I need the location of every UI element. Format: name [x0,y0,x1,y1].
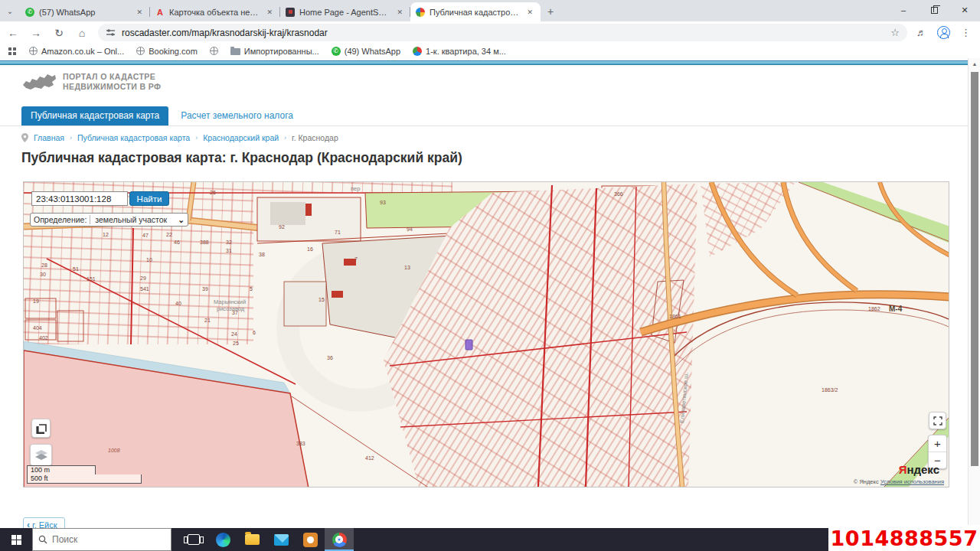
zoom-in-button[interactable]: + [929,435,946,452]
bookmark-item[interactable]: Booking.com [136,47,198,56]
map-label: 388 [200,240,209,245]
layers-button[interactable] [30,444,52,466]
windows-logo-icon [11,535,21,545]
map-label: 1861 [669,314,681,319]
search-icon [38,535,47,544]
apps-grid-icon[interactable] [8,47,17,56]
find-button[interactable]: Найти [129,191,169,206]
filter-label: Определение: [34,215,87,224]
map-label: 40 [175,301,181,306]
bookmark-item[interactable]: Импортированны... [230,47,319,56]
copyright-text: © Яндекс [854,478,879,485]
restore-button[interactable] [919,0,949,20]
taskbar-edge-button[interactable] [208,528,237,551]
bookmark-item[interactable] [210,47,218,55]
nav-tab-public-map[interactable]: Публичная кадастровая карта [21,106,168,126]
taskbar-media-button[interactable] [296,528,325,551]
taskbar-search-input[interactable] [52,534,152,545]
site-logo-text: ПОРТАЛ О КАДАСТРЕ НЕДВИЖИМОСТИ В РФ [63,72,161,92]
nav-tab-land-tax[interactable]: Расчет земельного налога [181,106,293,126]
site-info-icon[interactable] [106,28,116,37]
tab-close-icon[interactable]: ✕ [134,8,145,17]
map-scalebar: 100 m 500 ft [27,465,142,484]
tabs-container: ✆(57) WhatsApp✕АКарточка объекта недвижи… [20,0,541,21]
toolbar-right: ♬ ⋮ [916,26,974,39]
map-label: 93 [380,200,386,205]
agentsystem-icon [286,8,295,17]
tab-close-icon[interactable]: ✕ [264,8,275,17]
map-label: пер [351,185,360,192]
tab-title: (57) WhatsApp [39,8,129,17]
reload-icon[interactable]: ↻ [52,27,66,39]
map-search-group: Найти [31,191,169,206]
bookmark-item[interactable]: ✆(49) WhatsApp [332,47,400,56]
page-scrollbar[interactable]: ▲ [968,58,980,528]
cadastral-map[interactable]: 93929471366пер16738131536383412100854139… [23,181,949,487]
media-icon [303,533,318,547]
taskbar-chrome-button[interactable] [325,528,354,551]
measure-tool-button[interactable] [31,419,51,438]
whatsapp-icon: ✆ [25,8,34,17]
bookmark-item[interactable]: 1-к. квартира, 34 м... [413,47,506,56]
address-bar[interactable]: roscadaster.com/map/krasnodarskij-kraj/k… [98,24,907,41]
fullscreen-button[interactable] [929,412,946,429]
crumb-home[interactable]: Главная [34,133,64,142]
back-icon[interactable]: ← [6,27,20,39]
scroll-up-icon[interactable]: ▲ [969,58,980,69]
url-text[interactable]: roscadaster.com/map/krasnodarskij-kraj/k… [122,28,884,38]
tab-search-chevron-icon[interactable]: ⌄ [0,0,20,21]
russia-map-logo-icon [21,71,57,93]
map-label: 29 [140,276,146,281]
bookmark-label: Booking.com [149,47,198,56]
browser-tab[interactable]: Публичная кадастровая карт✕ [410,2,541,21]
selected-parcel-marker[interactable] [466,340,472,350]
close-button[interactable]: ✕ [949,0,980,20]
scrollbar-thumb[interactable] [971,72,978,466]
map-label: 36 [327,355,333,360]
bookmark-label: 1-к. квартира, 34 м... [426,47,506,56]
page-title: Публичная кадастровая карта: г. Краснода… [21,150,462,166]
browser-tab[interactable]: АКарточка объекта недвижим✕ [150,2,280,21]
yandex-logo[interactable]: Яндекс [899,463,939,476]
tab-close-icon[interactable]: ✕ [394,8,405,17]
map-label: 10 [146,257,152,262]
taskbar-explorer-button[interactable] [237,528,266,551]
bookmarks-bar: Amazon.co.uk – Onl...Booking.comИмпортир… [0,44,980,58]
profile-avatar-icon[interactable] [937,26,950,39]
browser-tab[interactable]: ✆(57) WhatsApp✕ [20,2,150,21]
browser-tabstrip: ⌄ ✆(57) WhatsApp✕АКарточка объекта недви… [0,0,980,21]
browser-tab[interactable]: Home Page - AgentSystem✕ [280,2,410,21]
map-label: 7 [354,256,358,262]
start-button[interactable] [0,528,32,551]
map-label: 22 [166,232,172,237]
map-label: 38 [259,252,265,257]
crumb-public-map[interactable]: Публичная кадастровая карта [77,133,190,142]
map-label: 30 [40,272,46,277]
home-icon[interactable]: ⌂ [75,27,89,39]
taskbar-mail-button[interactable] [266,528,296,551]
taskbar-search[interactable] [32,528,172,551]
tab-title: Публичная кадастровая карт [430,8,520,17]
taskbar-task-view-button[interactable] [179,528,208,551]
object-type-select[interactable]: Определение: земельный участок ⌄ [30,213,188,227]
forward-icon[interactable]: → [29,27,43,39]
menu-dots-icon[interactable]: ⋮ [961,27,971,38]
map-label: 15 [318,297,325,302]
avito-icon: А [155,8,165,17]
bookmark-item[interactable]: Amazon.co.uk – Onl... [29,47,124,56]
minimize-button[interactable]: – [888,0,919,20]
media-hub-icon[interactable]: ♬ [916,27,926,38]
bookmark-star-icon[interactable]: ☆ [890,27,900,38]
tab-close-icon[interactable]: ✕ [524,8,535,17]
site-logo[interactable]: ПОРТАЛ О КАДАСТРЕ НЕДВИЖИМОСТИ В РФ [21,71,161,93]
terms-link[interactable]: Условия использования [880,478,944,485]
site-top-border [0,60,980,65]
yandex-logo-first: Я [899,463,907,476]
crumb-region[interactable]: Краснодарский край [203,133,279,142]
bookmark-items: Amazon.co.uk – Onl...Booking.comИмпортир… [29,47,506,56]
cadastral-number-input[interactable] [31,191,128,206]
page-content: ПОРТАЛ О КАДАСТРЕ НЕДВИЖИМОСТИ В РФ Публ… [0,58,980,528]
new-tab-button[interactable]: + [541,2,560,21]
breadcrumb: Главная › Публичная кадастровая карта › … [21,133,338,142]
site-nav: Публичная кадастровая карта Расчет земел… [0,106,980,126]
